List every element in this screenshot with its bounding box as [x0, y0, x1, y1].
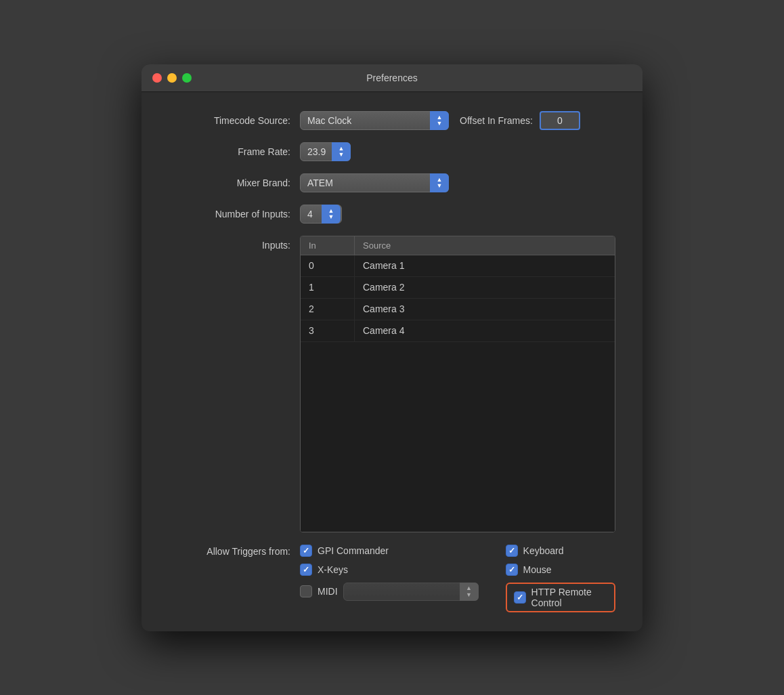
- mixer-brand-row: Mixer Brand: ATEM Blackmagic vMix Wireca…: [169, 173, 615, 192]
- col-source-header: Source: [355, 236, 615, 255]
- midi-select[interactable]: [343, 583, 479, 601]
- gpi-label: GPI Commander: [318, 545, 389, 556]
- inputs-row: Inputs: In Source 0 Camera 1 1 Camera 2: [169, 236, 615, 532]
- midi-checkbox[interactable]: [300, 585, 312, 597]
- num-inputs-select-wrapper: 1 2 3 4 5 6 7 8 ▲ ▼: [300, 205, 341, 224]
- table-header: In Source: [301, 236, 615, 255]
- inputs-label: Inputs:: [169, 240, 290, 251]
- minimize-button[interactable]: [167, 73, 177, 83]
- preferences-content: Timecode Source: Mac Clock LTC MTC Auto …: [141, 92, 643, 631]
- triggers-col-left: ✓ GPI Commander ✓ X-Keys M: [300, 545, 479, 612]
- num-inputs-controls: 1 2 3 4 5 6 7 8 ▲ ▼: [300, 205, 615, 224]
- cell-source-2: Camera 3: [355, 299, 615, 320]
- mouse-checkbox[interactable]: ✓: [506, 564, 518, 576]
- table-row[interactable]: 2 Camera 3: [301, 299, 615, 320]
- midi-checkbox-row: MIDI ▲ ▼: [300, 583, 479, 601]
- mouse-checkbox-row: ✓ Mouse: [506, 564, 615, 576]
- timecode-source-label: Timecode Source:: [169, 115, 290, 126]
- http-remote-control-highlight: ✓ HTTP Remote Control: [506, 583, 615, 612]
- cell-source-1: Camera 2: [355, 277, 615, 298]
- timecode-source-row: Timecode Source: Mac Clock LTC MTC Auto …: [169, 111, 615, 130]
- num-inputs-select[interactable]: 1 2 3 4 5 6 7 8: [300, 205, 342, 224]
- checkmark-icon: ✓: [508, 565, 515, 574]
- xkeys-checkbox-row: ✓ X-Keys: [300, 564, 479, 576]
- gpi-checkbox[interactable]: ✓: [300, 545, 312, 557]
- offset-section: Offset In Frames:: [460, 111, 580, 130]
- timecode-source-controls: Mac Clock LTC MTC Auto ▲ ▼ Offset In Fra…: [300, 111, 615, 130]
- table-empty-area: [301, 342, 615, 532]
- triggers-row: Allow Triggers from: ✓ GPI Commander ✓: [169, 545, 615, 612]
- keyboard-label: Keyboard: [523, 545, 564, 556]
- titlebar: Preferences: [141, 64, 643, 92]
- table-row[interactable]: 1 Camera 2: [301, 277, 615, 299]
- keyboard-checkbox-row: ✓ Keyboard: [506, 545, 615, 557]
- offset-input[interactable]: [540, 111, 580, 130]
- close-button[interactable]: [152, 73, 162, 83]
- checkmark-icon: ✓: [303, 546, 309, 555]
- table-row[interactable]: 3 Camera 4: [301, 320, 615, 342]
- table-row[interactable]: 0 Camera 1: [301, 255, 615, 277]
- window-title: Preferences: [366, 72, 417, 83]
- cell-in-0: 0: [301, 255, 355, 276]
- triggers-content: ✓ GPI Commander ✓ X-Keys M: [300, 545, 615, 612]
- traffic-lights: [152, 73, 192, 83]
- mixer-brand-select[interactable]: ATEM Blackmagic vMix Wirecast: [300, 173, 449, 192]
- triggers-col-right: ✓ Keyboard ✓ Mouse ✓: [506, 545, 615, 612]
- num-inputs-label: Number of Inputs:: [169, 209, 290, 219]
- http-label: HTTP Remote Control: [531, 587, 607, 608]
- frame-rate-label: Frame Rate:: [169, 146, 290, 157]
- inputs-table: In Source 0 Camera 1 1 Camera 2 2 Camera…: [300, 236, 615, 532]
- preferences-window: Preferences Timecode Source: Mac Clock L…: [141, 64, 643, 631]
- http-checkbox[interactable]: ✓: [514, 591, 526, 604]
- xkeys-checkbox[interactable]: ✓: [300, 564, 312, 576]
- cell-source-0: Camera 1: [355, 255, 615, 276]
- checkmark-icon: ✓: [517, 593, 523, 602]
- checkmark-icon: ✓: [303, 565, 309, 574]
- table-body: 0 Camera 1 1 Camera 2 2 Camera 3 3 Camer…: [301, 255, 615, 532]
- cell-source-3: Camera 4: [355, 320, 615, 341]
- xkeys-label: X-Keys: [318, 564, 348, 575]
- http-checkbox-row: ✓ HTTP Remote Control: [506, 583, 615, 612]
- timecode-source-select[interactable]: Mac Clock LTC MTC Auto: [300, 111, 449, 130]
- frame-rate-controls: 23.98 24 25 29.97 30 ▲ ▼: [300, 142, 615, 161]
- keyboard-checkbox[interactable]: ✓: [506, 545, 518, 557]
- mixer-brand-controls: ATEM Blackmagic vMix Wirecast ▲ ▼: [300, 173, 615, 192]
- checkmark-icon: ✓: [508, 546, 515, 555]
- maximize-button[interactable]: [182, 73, 192, 83]
- cell-in-3: 3: [301, 320, 355, 341]
- offset-label: Offset In Frames:: [460, 115, 533, 126]
- midi-select-wrapper: ▲ ▼: [343, 583, 479, 601]
- cell-in-2: 2: [301, 299, 355, 320]
- midi-label: MIDI: [318, 586, 338, 597]
- frame-rate-select[interactable]: 23.98 24 25 29.97 30: [300, 142, 351, 161]
- frame-rate-row: Frame Rate: 23.98 24 25 29.97 30 ▲ ▼: [169, 142, 615, 161]
- cell-in-1: 1: [301, 277, 355, 298]
- gpi-checkbox-row: ✓ GPI Commander: [300, 545, 479, 557]
- mixer-brand-label: Mixer Brand:: [169, 177, 290, 188]
- triggers-label: Allow Triggers from:: [169, 545, 290, 557]
- frame-rate-select-wrapper: 23.98 24 25 29.97 30 ▲ ▼: [300, 142, 351, 161]
- timecode-source-select-wrapper: Mac Clock LTC MTC Auto ▲ ▼: [300, 111, 449, 130]
- num-inputs-row: Number of Inputs: 1 2 3 4 5 6 7 8 ▲: [169, 205, 615, 224]
- mixer-brand-select-wrapper: ATEM Blackmagic vMix Wirecast ▲ ▼: [300, 173, 449, 192]
- mouse-label: Mouse: [523, 564, 552, 575]
- col-in-header: In: [301, 236, 355, 255]
